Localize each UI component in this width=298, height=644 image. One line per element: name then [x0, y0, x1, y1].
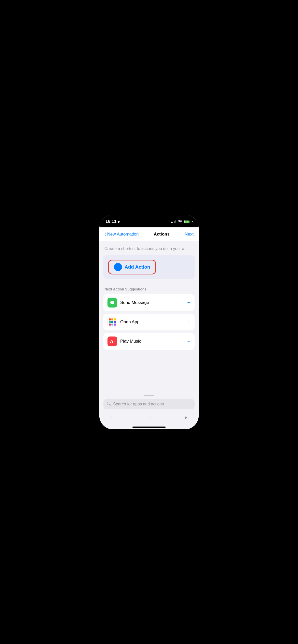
- app-grid-icon: [109, 318, 116, 326]
- music-app-icon: [107, 336, 117, 346]
- open-app-icon: [107, 317, 117, 327]
- signal-icon: [171, 220, 176, 223]
- home-indicator: [99, 425, 199, 429]
- home-bar: [132, 427, 166, 428]
- suggestion-open-app[interactable]: Open App +: [103, 314, 195, 330]
- search-icon: [107, 402, 111, 407]
- status-bar: 16:11 ▶ ⚡: [99, 215, 199, 227]
- bottom-toolbar: [103, 413, 195, 425]
- next-button[interactable]: Next: [185, 232, 194, 237]
- suggestion-name-open-app: Open App: [120, 319, 140, 325]
- time-display: 16:11: [105, 219, 116, 224]
- scroll-content: Create a shortcut to actions you do in y…: [99, 241, 199, 392]
- description-text: Create a shortcut to actions you do in y…: [103, 246, 195, 251]
- add-action-label: Add Action: [125, 264, 150, 270]
- status-icons: ⚡: [171, 219, 193, 224]
- main-content: ‹ New Automation Actions Next Create a s…: [99, 227, 199, 429]
- phone-frame: 16:11 ▶ ⚡: [99, 215, 199, 429]
- search-placeholder: Search for apps and actions: [113, 402, 164, 406]
- back-chevron-icon: ‹: [104, 231, 106, 237]
- page-title: Actions: [154, 232, 170, 237]
- suggestion-left: Send Message: [107, 298, 149, 308]
- send-message-add-icon[interactable]: +: [187, 299, 191, 306]
- battery-icon: ⚡: [184, 220, 193, 223]
- search-bar[interactable]: Search for apps and actions: [103, 399, 195, 409]
- location-icon: ▶: [118, 220, 120, 224]
- back-label: New Automation: [107, 232, 139, 237]
- suggestion-left: Play Music: [107, 336, 141, 346]
- back-button[interactable]: ‹ New Automation: [104, 231, 139, 237]
- suggestion-play-music[interactable]: Play Music +: [103, 333, 195, 350]
- suggestion-name-send-message: Send Message: [120, 300, 149, 305]
- suggestion-send-message[interactable]: Send Message +: [103, 294, 195, 311]
- play-music-add-icon[interactable]: +: [187, 338, 191, 345]
- open-app-add-icon[interactable]: +: [187, 319, 191, 325]
- svg-rect-1: [109, 338, 116, 345]
- suggestion-left: Open App: [107, 317, 140, 327]
- redo-button[interactable]: [144, 413, 154, 422]
- play-button[interactable]: [181, 413, 191, 422]
- status-time: 16:11 ▶: [105, 219, 120, 224]
- add-action-plus-icon: +: [114, 263, 122, 271]
- bottom-sheet: Search for apps and actions: [99, 392, 199, 425]
- suggestion-name-play-music: Play Music: [120, 339, 141, 344]
- add-action-button[interactable]: + Add Action: [108, 260, 156, 274]
- bottom-handle: [144, 395, 154, 396]
- messages-app-icon: [107, 298, 117, 308]
- wifi-icon: [178, 219, 182, 224]
- nav-header: ‹ New Automation Actions Next: [99, 227, 199, 241]
- undo-button[interactable]: [107, 413, 117, 422]
- add-action-container: + Add Action: [103, 255, 195, 279]
- suggestions-title: Next Action Suggestions: [103, 287, 195, 291]
